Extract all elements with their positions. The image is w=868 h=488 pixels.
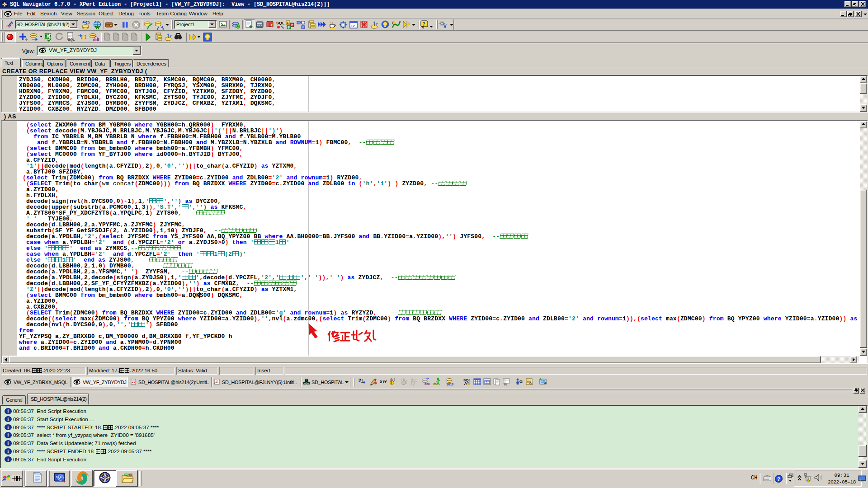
svg-text:Y: Y xyxy=(384,380,387,384)
svg-text:2: 2 xyxy=(359,378,361,383)
svg-text:SQL: SQL xyxy=(276,21,285,25)
svg-text:V: V xyxy=(443,24,447,29)
svg-text:1010: 1010 xyxy=(446,382,453,386)
svg-text:SQL: SQL xyxy=(56,475,63,479)
svg-text:X: X xyxy=(380,380,382,384)
svg-text:2: 2 xyxy=(291,23,293,27)
svg-text:SQL: SQL xyxy=(68,38,75,42)
svg-text:SQL: SQL xyxy=(463,378,471,382)
svg-text:!: ! xyxy=(808,479,809,482)
svg-text:?: ? xyxy=(777,476,780,482)
svg-text:1: 1 xyxy=(287,21,289,24)
svg-text:12: 12 xyxy=(351,24,355,28)
svg-text:3: 3 xyxy=(288,26,290,29)
svg-text:ddl: ddl xyxy=(93,38,99,42)
svg-text:!: ! xyxy=(406,380,407,385)
svg-text:ddl: ddl xyxy=(425,382,429,386)
svg-text:?: ? xyxy=(423,22,425,27)
